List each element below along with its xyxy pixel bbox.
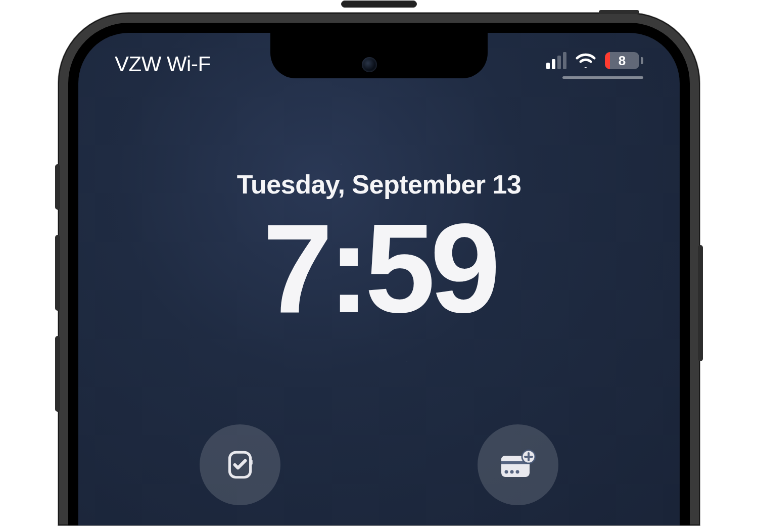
- status-icons: 8: [546, 52, 643, 69]
- lock-screen-date: Tuesday, September 13: [78, 169, 680, 200]
- earpiece-speaker: [341, 1, 417, 8]
- notch: [270, 33, 488, 78]
- widget-slot-left[interactable]: [200, 424, 280, 505]
- mute-switch[interactable]: [55, 164, 60, 210]
- lock-screen[interactable]: VZW Wi-F: [78, 33, 680, 525]
- power-button[interactable]: [698, 245, 703, 361]
- wallet-add-icon: [498, 449, 538, 481]
- front-camera: [362, 57, 377, 72]
- volume-down-button[interactable]: [55, 336, 60, 412]
- battery-percent-label: 8: [605, 53, 639, 69]
- svg-rect-1: [251, 460, 253, 465]
- cellular-signal-icon: [546, 52, 566, 69]
- phone-bezel: VZW Wi-F: [68, 23, 690, 525]
- lock-screen-widgets-row: [78, 424, 680, 505]
- volume-up-button[interactable]: [55, 235, 60, 311]
- svg-point-7: [516, 470, 519, 474]
- phone-frame: VZW Wi-F: [58, 13, 700, 525]
- antenna-band: [599, 10, 639, 14]
- battery-indicator: 8: [605, 52, 643, 69]
- svg-point-6: [510, 470, 514, 474]
- lock-screen-time: 7:59: [78, 206, 680, 332]
- control-center-hint[interactable]: [562, 76, 643, 79]
- status-right[interactable]: 8: [546, 52, 643, 79]
- lock-screen-content: Tuesday, September 13 7:59: [78, 169, 680, 332]
- svg-point-5: [505, 470, 508, 474]
- carrier-label: VZW Wi-F: [115, 52, 211, 76]
- wifi-icon: [576, 53, 596, 68]
- widget-slot-right[interactable]: [478, 424, 558, 505]
- reminders-watch-icon: [223, 448, 257, 481]
